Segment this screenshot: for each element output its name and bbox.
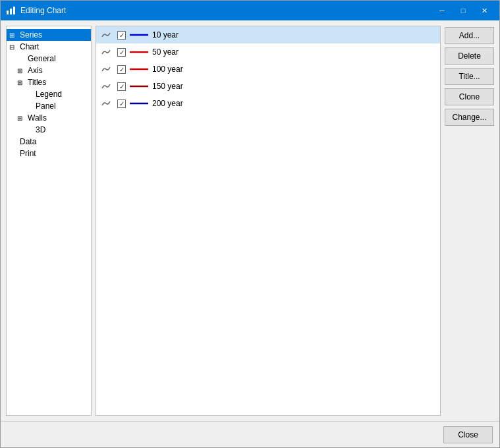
series-item-10year[interactable]: ✓ 10 year: [96, 26, 440, 43]
checkbox-150year[interactable]: ✓: [117, 82, 126, 91]
tree-label-axis: Axis: [28, 66, 43, 75]
tree-label-walls: Walls: [28, 113, 47, 123]
sidebar-item-3d[interactable]: ​ 3D: [7, 124, 91, 136]
sidebar-item-panel[interactable]: ​ Panel: [7, 100, 91, 112]
checkbox-100year[interactable]: ✓: [117, 65, 126, 74]
line-10year: [130, 34, 148, 36]
series-name-150year: 150 year: [152, 82, 183, 91]
sidebar-item-chart[interactable]: ⊟ Chart: [7, 41, 91, 53]
sidebar-item-legend[interactable]: ​ Legend: [7, 88, 91, 100]
chart-icon: [6, 5, 16, 16]
tree-label-print: Print: [20, 149, 36, 158]
series-name-10year: 10 year: [152, 30, 179, 40]
tree-panel: ⊞ Series ⊟ Chart ​ General ⊞ Axis: [6, 26, 92, 416]
maximize-button[interactable]: □: [453, 4, 473, 17]
sidebar-item-titles[interactable]: ⊞ Titles: [7, 76, 91, 88]
expander-data: ​: [9, 138, 18, 146]
change-button[interactable]: Change...: [445, 109, 494, 126]
series-name-100year: 100 year: [152, 65, 183, 74]
series-item-100year[interactable]: ✓ 100 year: [96, 61, 440, 78]
sidebar-item-print[interactable]: ​ Print: [7, 148, 91, 159]
close-button[interactable]: Close: [443, 426, 493, 443]
footer: Close: [1, 421, 499, 447]
expander-print: ​: [9, 150, 18, 157]
line-150year: [130, 85, 148, 88]
expander-general: ​: [17, 55, 26, 63]
line-200year: [130, 102, 148, 105]
expander-series[interactable]: ⊞: [9, 32, 18, 39]
series-item-200year[interactable]: ✓ 200 year: [96, 95, 440, 112]
tree-label-3d: 3D: [36, 125, 45, 134]
buttons-panel: Add... Delete Title... Clone Change...: [445, 26, 494, 416]
line-50year: [130, 51, 148, 53]
wave-icon-10year: [101, 30, 113, 40]
sidebar-item-axis[interactable]: ⊞ Axis: [7, 65, 91, 76]
line-100year: [130, 68, 148, 70]
content-area: ✓ 10 year ✓: [96, 26, 494, 416]
wave-icon-100year: [101, 65, 113, 74]
expander-titles[interactable]: ⊞: [17, 79, 26, 86]
sidebar-item-series[interactable]: ⊞ Series: [7, 29, 91, 41]
svg-rect-0: [7, 11, 9, 14]
series-name-200year: 200 year: [152, 99, 183, 108]
window-content: ⊞ Series ⊟ Chart ​ General ⊞ Axis: [1, 20, 499, 447]
series-name-50year: 50 year: [152, 47, 179, 57]
expander-panel: ​: [25, 103, 34, 110]
title-button[interactable]: Title...: [445, 68, 494, 85]
wave-icon-50year: [101, 47, 113, 57]
tree-label-general: General: [28, 54, 56, 63]
expander-walls[interactable]: ⊞: [17, 115, 26, 122]
series-item-150year[interactable]: ✓ 150 year: [96, 78, 440, 95]
window-title: Editing Chart: [20, 6, 66, 15]
checkbox-10year[interactable]: ✓: [117, 31, 126, 40]
wave-icon-150year: [101, 82, 113, 91]
checkbox-50year[interactable]: ✓: [117, 48, 126, 57]
minimize-button[interactable]: ─: [432, 4, 452, 17]
delete-button[interactable]: Delete: [445, 47, 494, 65]
title-bar-buttons: ─ □ ✕: [432, 4, 494, 17]
series-list-panel: ✓ 10 year ✓: [96, 26, 441, 416]
expander-axis[interactable]: ⊞: [17, 67, 26, 74]
svg-rect-2: [13, 7, 15, 14]
tree-label-series: Series: [20, 30, 42, 40]
sidebar-item-general[interactable]: ​ General: [7, 53, 91, 65]
sidebar-item-data[interactable]: ​ Data: [7, 136, 91, 148]
title-bar-left: Editing Chart: [6, 5, 66, 16]
main-area: ⊞ Series ⊟ Chart ​ General ⊞ Axis: [1, 20, 499, 421]
add-button[interactable]: Add...: [445, 27, 494, 44]
svg-rect-1: [10, 9, 12, 14]
tree-label-chart: Chart: [20, 42, 39, 51]
expander-legend: ​: [25, 91, 34, 98]
tree-label-data: Data: [20, 137, 36, 146]
title-bar: Editing Chart ─ □ ✕: [1, 1, 499, 20]
series-item-50year[interactable]: ✓ 50 year: [96, 43, 440, 61]
wave-icon-200year: [101, 99, 113, 108]
tree-label-titles: Titles: [28, 78, 46, 87]
checkbox-200year[interactable]: ✓: [117, 99, 126, 108]
tree-label-panel: Panel: [36, 101, 56, 111]
close-title-button[interactable]: ✕: [474, 4, 494, 17]
sidebar-item-walls[interactable]: ⊞ Walls: [7, 112, 91, 124]
expander-3d: ​: [25, 126, 34, 134]
editing-chart-window: Editing Chart ─ □ ✕ ⊞ Series ⊟ Chart: [0, 0, 500, 448]
clone-button[interactable]: Clone: [445, 88, 494, 105]
tree-label-legend: Legend: [36, 90, 62, 99]
expander-chart[interactable]: ⊟: [9, 43, 18, 51]
